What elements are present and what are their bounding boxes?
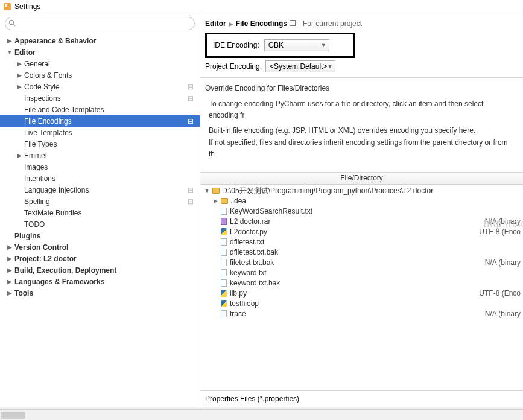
- sidebar-item-file-types[interactable]: File Types: [0, 138, 200, 150]
- file-encoding: N/A (binary: [485, 310, 521, 318]
- sidebar-item-live-templates[interactable]: Live Templates: [0, 127, 200, 138]
- sidebar-item-label: Code Style: [23, 83, 60, 91]
- sidebar-item-label: TextMate Bundles: [23, 209, 81, 217]
- sidebar-item-label: Inspections: [23, 94, 61, 103]
- sidebar-item-code-style[interactable]: ▶Code Style⊟: [0, 81, 200, 92]
- caret-icon: ▶: [6, 267, 13, 273]
- main: ▶Appearance & Behavior▼Editor▶General▶Co…: [0, 13, 523, 407]
- chevron-down-icon: ▼: [327, 63, 332, 69]
- settings-tree[interactable]: ▶Appearance & Behavior▼Editor▶General▶Co…: [0, 34, 200, 407]
- file-name: testfileop: [230, 299, 259, 308]
- horizontal-scrollbar[interactable]: [0, 409, 523, 420]
- sidebar-item-images[interactable]: Images: [0, 161, 200, 173]
- file-name: lib.py: [230, 289, 247, 298]
- file-encoding: N/A (binary: [485, 217, 521, 226]
- file-encoding: UTF-8 (Enco: [479, 228, 521, 236]
- text-file-icon: [220, 207, 228, 215]
- override-label: Override Encoding for Files/Directories: [200, 78, 523, 96]
- file-row[interactable]: L2 doctor.rarN/A (binary: [200, 217, 523, 227]
- ide-encoding-highlight: IDE Encoding: GBK ▼: [205, 33, 355, 58]
- sidebar-item-intentions[interactable]: Intentions: [0, 173, 200, 184]
- sidebar-item-build-execution-deployment[interactable]: ▶Build, Execution, Deployment: [0, 264, 200, 276]
- file-row[interactable]: dfiletest.txt.bak: [200, 247, 523, 258]
- sidebar-item-emmet[interactable]: ▶Emmet: [0, 150, 200, 161]
- sidebar-item-label: General: [23, 60, 50, 68]
- caret-icon: ▶: [6, 255, 13, 262]
- breadcrumb-root: Editor: [205, 19, 226, 28]
- folder-icon: [220, 197, 229, 205]
- ide-encoding-combo[interactable]: GBK ▼: [264, 39, 329, 51]
- title-bar: Settings: [0, 0, 523, 13]
- archive-file-icon: [220, 217, 228, 226]
- sidebar-item-label: Tools: [13, 289, 33, 298]
- file-name: KeyWordSearchResult.txt: [230, 207, 312, 215]
- file-encoding: N/A (binary: [485, 258, 521, 267]
- file-row[interactable]: keyword.txt: [200, 268, 523, 278]
- sidebar-item-file-encodings[interactable]: File Encodings⊟: [0, 115, 200, 127]
- hint-1: To change encoding PyCharm uses for a fi…: [209, 98, 515, 121]
- sidebar-item-label: Editor: [13, 48, 36, 57]
- sidebar-item-inspections[interactable]: Inspections⊟: [0, 92, 200, 104]
- sidebar-item-general[interactable]: ▶General: [0, 58, 200, 69]
- sidebar-item-label: Version Control: [13, 243, 68, 252]
- folder-icon: [212, 186, 220, 195]
- file-row[interactable]: filetest.txt.bakN/A (binary: [200, 258, 523, 268]
- text-file-icon: [220, 248, 228, 256]
- sidebar-item-file-and-code-templates[interactable]: File and Code Templates: [0, 104, 200, 115]
- file-tree-root[interactable]: ▼D:\05开发测试\Programming\Program_python\Pr…: [200, 186, 523, 196]
- sidebar-item-label: File Encodings: [23, 117, 72, 126]
- sidebar-item-version-control[interactable]: ▶Version Control: [0, 241, 200, 253]
- sidebar-item-plugins[interactable]: Plugins: [0, 230, 200, 241]
- file-tree[interactable]: ▼D:\05开发测试\Programming\Program_python\Pr…: [200, 185, 523, 390]
- sidebar-item-appearance-behavior[interactable]: ▶Appearance & Behavior: [0, 35, 200, 46]
- file-name: keyword.txt: [230, 269, 267, 277]
- text-file-icon: [220, 238, 228, 246]
- file-encoding: UTF-8 (Enco: [479, 289, 521, 298]
- caret-icon: ▼: [6, 49, 13, 56]
- project-encoding-combo[interactable]: <System Default> ▼: [265, 60, 335, 72]
- text-file-icon: [220, 279, 228, 287]
- file-row[interactable]: ▶.idea: [200, 196, 523, 206]
- file-row[interactable]: KeyWordSearchResult.txt: [200, 206, 523, 217]
- project-badge-icon: ⊟: [188, 94, 194, 103]
- sidebar-item-project-l2-doctor[interactable]: ▶Project: L2 doctor: [0, 253, 200, 264]
- sidebar-item-label: Live Templates: [23, 129, 72, 137]
- sidebar-item-editor[interactable]: ▼Editor: [0, 46, 200, 58]
- sidebar-item-language-injections[interactable]: Language Injections⊟: [0, 184, 200, 196]
- sidebar-item-label: Project: L2 doctor: [13, 255, 77, 263]
- sidebar: ▶Appearance & Behavior▼Editor▶General▶Co…: [0, 13, 200, 407]
- file-row[interactable]: testfileop: [200, 299, 523, 309]
- sidebar-item-spelling[interactable]: Spelling⊟: [0, 196, 200, 207]
- search-input[interactable]: [5, 17, 195, 30]
- caret-icon: ▶: [16, 152, 23, 159]
- sidebar-item-label: Colors & Fonts: [23, 71, 72, 80]
- file-row[interactable]: traceN/A (binary: [200, 309, 523, 319]
- python-file-icon: [220, 228, 228, 236]
- search-wrap: [0, 13, 200, 34]
- file-name: keyword.txt.bak: [230, 279, 280, 287]
- sidebar-item-label: Spelling: [23, 197, 50, 206]
- file-tree-header[interactable]: File/Directory: [200, 173, 523, 185]
- file-row[interactable]: keyword.txt.bak: [200, 278, 523, 288]
- file-name: L2 doctor.rar: [230, 217, 270, 226]
- project-badge-icon: ⊟: [188, 117, 194, 126]
- sidebar-item-colors-fonts[interactable]: ▶Colors & Fonts: [0, 69, 200, 81]
- sidebar-item-label: TODO: [23, 220, 45, 229]
- file-tree-wrap: File/Directory ▼D:\05开发测试\Programming\Pr…: [200, 172, 523, 390]
- sidebar-item-todo[interactable]: TODO: [0, 218, 200, 230]
- content: Editor ▶ File Encodings For current proj…: [200, 13, 523, 407]
- sidebar-item-label: Plugins: [13, 232, 40, 240]
- file-name: D:\05开发测试\Programming\Program_python\Pra…: [222, 186, 433, 196]
- file-row[interactable]: lib.pyUTF-8 (Enco: [200, 288, 523, 299]
- sidebar-item-languages-frameworks[interactable]: ▶Languages & Frameworks: [0, 276, 200, 287]
- sidebar-item-textmate-bundles[interactable]: TextMate Bundles: [0, 207, 200, 218]
- file-row[interactable]: dfiletest.txt: [200, 237, 523, 247]
- hint-text: To change encoding PyCharm uses for a fi…: [200, 96, 523, 166]
- python-file-icon: [220, 289, 228, 298]
- hint-2: Built-in file encoding (e.g. JSP, HTML o…: [209, 125, 515, 136]
- scrollbar-thumb[interactable]: [1, 412, 25, 419]
- chevron-right-icon: ▶: [229, 21, 233, 27]
- sidebar-item-tools[interactable]: ▶Tools: [0, 287, 200, 299]
- project-badge-icon: ⊟: [188, 83, 194, 91]
- file-row[interactable]: L2doctor.pyUTF-8 (Enco: [200, 227, 523, 237]
